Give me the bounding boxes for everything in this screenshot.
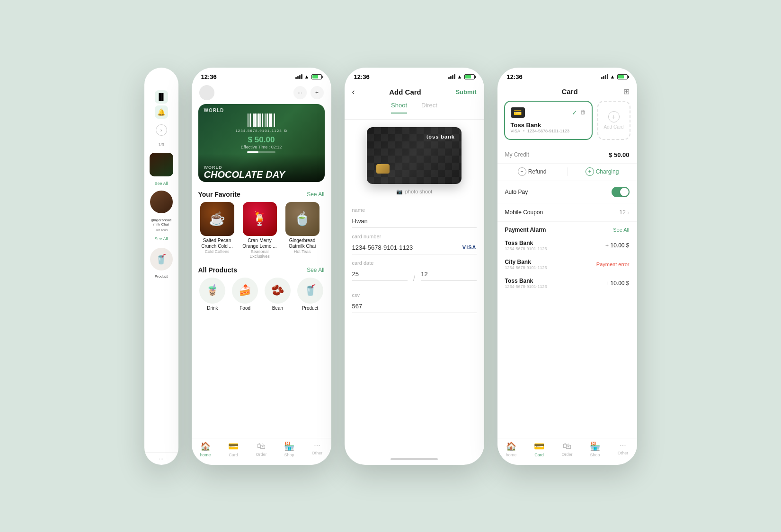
card-effective: Effective Time : 02:12 xyxy=(241,145,282,149)
choc-overlay: WORLD CHOCOLATE DAY xyxy=(198,154,325,182)
food-circle: 🍰 xyxy=(232,278,258,304)
products-header: All Products See All xyxy=(192,263,331,278)
add-icon-btn[interactable]: + xyxy=(311,86,324,99)
alarm-num-0: 1234-5678-9101-1123 xyxy=(505,246,547,251)
alarm-item-1: City Bank 1234-5678-9101-1123 Payment er… xyxy=(497,255,637,274)
product-round: 🥤 xyxy=(150,248,173,270)
alarm-see-all[interactable]: See All xyxy=(613,227,629,233)
products-grid: 🧋 Drink 🍰 Food 🫘 Bean 🥤 Product xyxy=(192,278,331,315)
card-card-label: Card xyxy=(534,453,544,457)
charging-icon: + xyxy=(586,167,594,176)
auto-pay-row: Auto Pay xyxy=(497,181,637,203)
card-selected-icons: 💳 ✓ 🗑 xyxy=(511,107,586,118)
card-month-input[interactable]: 25 xyxy=(352,268,408,281)
other-nav-dots: ··· xyxy=(314,441,320,450)
menu-icon-btn[interactable]: ··· xyxy=(293,86,307,99)
signal-bar-4 xyxy=(301,74,302,79)
card-nav-order[interactable]: 🛍 Order xyxy=(553,441,581,457)
grid-icon[interactable]: ⊞ xyxy=(623,87,630,96)
mobile-coupon-row[interactable]: Mobile Coupon 12 › xyxy=(497,203,637,222)
charging-button[interactable]: + Charging xyxy=(575,167,630,176)
auto-pay-toggle[interactable] xyxy=(612,187,630,197)
partial-phone: ▐▌ 🔔 › 1/3 See All gingerbreadmilk Chai … xyxy=(144,68,178,465)
product-food[interactable]: 🍰 Food xyxy=(231,278,259,311)
card-number-input[interactable]: 1234-5678-9101-1123 VISA xyxy=(352,241,477,254)
bottom-nav: 🏠 home 💳 Card 🛍 Order 🏪 Shop ··· Other xyxy=(192,438,331,465)
partial-product-label: Product xyxy=(155,274,168,279)
partial-see-all[interactable]: See All xyxy=(154,181,168,186)
fav-item-2[interactable]: 🍵 GingerbreadOatmilk Chai Hot Teas xyxy=(284,202,321,259)
card-trash-icon[interactable]: 🗑 xyxy=(580,109,586,116)
toggle-knob xyxy=(620,188,629,196)
name-label: name xyxy=(352,207,477,213)
fav-item-0[interactable]: ☕ Salted PecanCrunch Cold ... Cold Coffe… xyxy=(198,202,236,259)
card-form: name Hwan card number 1234-5678-9101-112… xyxy=(345,202,484,323)
card-home-label: home xyxy=(506,453,517,457)
card-other-dots: ··· xyxy=(620,441,626,450)
favorites-list: ☕ Salted PecanCrunch Cold ... Cold Coffe… xyxy=(192,202,331,263)
nav-shop[interactable]: 🏪 Shop xyxy=(275,441,303,457)
card-order-icon: 🛍 xyxy=(563,441,571,451)
card-year-input[interactable]: 12 xyxy=(421,268,476,281)
card-nav-other[interactable]: ··· Other xyxy=(609,441,637,457)
card-nav-shop[interactable]: 🏪 Shop xyxy=(581,441,609,457)
csv-input[interactable]: 567 xyxy=(352,300,477,313)
nav-order[interactable]: 🛍 Order xyxy=(248,441,275,457)
card-progress xyxy=(247,151,275,153)
fav-name-2: GingerbreadOatmilk Chai xyxy=(289,238,316,249)
card-date-row: 25 / 12 xyxy=(352,268,477,287)
card-status-icons: ▲ xyxy=(601,74,628,79)
products-see-all[interactable]: See All xyxy=(307,267,324,273)
selected-card[interactable]: 💳 ✓ 🗑 Toss Bank VISA 1234-5678-9101-1123 xyxy=(504,101,593,140)
arrow-icon[interactable]: › xyxy=(156,124,167,136)
barcode-number: 1234-5678-9101-1123 ⧉ xyxy=(235,129,287,133)
refund-button[interactable]: − Refund xyxy=(505,167,559,176)
card-card-icon: 💳 xyxy=(534,441,544,452)
card-shop-icon: 🏪 xyxy=(590,441,600,452)
tab-shoot[interactable]: Shoot xyxy=(391,102,407,113)
card-check-icon: ✓ xyxy=(572,109,577,116)
add-card-button[interactable]: + Add Card xyxy=(597,101,630,140)
home-header: ··· + xyxy=(192,83,331,104)
product-drink[interactable]: 🧋 Drink xyxy=(198,278,227,311)
order-nav-label: Order xyxy=(256,452,266,457)
drink-circle: 🧋 xyxy=(199,278,225,304)
fav-cat-1: Seasonal Exclusives xyxy=(241,249,279,259)
submit-button[interactable]: Submit xyxy=(455,88,476,96)
card-nav-card[interactable]: 💳 Card xyxy=(525,441,553,457)
partial-bottom-nav: ··· xyxy=(144,452,178,465)
partial-see-all2[interactable]: See All xyxy=(154,234,168,244)
product-bean[interactable]: 🫘 Bean xyxy=(263,278,292,311)
product-thumbnail xyxy=(150,191,173,213)
back-button[interactable]: ‹ xyxy=(352,87,355,97)
favorites-see-all[interactable]: See All xyxy=(307,191,324,198)
product-other[interactable]: 🥤 Product xyxy=(296,278,325,311)
home-nav-icon: 🏠 xyxy=(200,441,211,452)
food-label: Food xyxy=(240,305,250,311)
nav-home[interactable]: 🏠 home xyxy=(192,441,220,457)
tab-direct[interactable]: Direct xyxy=(421,102,437,113)
favorites-title: Your Favorite xyxy=(198,191,240,198)
charging-label: Charging xyxy=(596,168,619,175)
nav-card[interactable]: 💳 Card xyxy=(220,441,248,457)
bell-icon: 🔔 xyxy=(155,105,168,119)
card-chip xyxy=(376,164,390,174)
card-wifi: ▲ xyxy=(610,74,615,79)
home-indicator xyxy=(390,458,438,460)
card-nav-home[interactable]: 🏠 home xyxy=(497,441,525,457)
nav-other[interactable]: ··· Other xyxy=(303,441,331,457)
card-number-label: card number xyxy=(352,234,477,239)
card-progress-fill xyxy=(247,151,258,153)
alarm-bank-1: City Bank xyxy=(505,259,547,265)
card-tabs: Shoot Direct xyxy=(345,102,484,120)
add-card-status-time: 12:36 xyxy=(354,73,370,80)
alarm-num-1: 1234-5678-9101-1123 xyxy=(505,265,547,270)
alarm-item-2: Toss Bank 1234-5678-9101-1123 + 10.00 $ xyxy=(497,274,637,293)
fav-item-1[interactable]: 🍹 Cran-MerryOrange Lemo ... Seasonal Exc… xyxy=(241,202,279,259)
card-page-header: Card ⊞ xyxy=(497,83,637,101)
page-indicator: 1/3 xyxy=(157,141,165,148)
card-year-field: 12 xyxy=(421,268,476,281)
name-input[interactable]: Hwan xyxy=(352,215,477,228)
add-card-battery xyxy=(464,74,475,79)
visa-badge: VISA xyxy=(462,244,477,250)
